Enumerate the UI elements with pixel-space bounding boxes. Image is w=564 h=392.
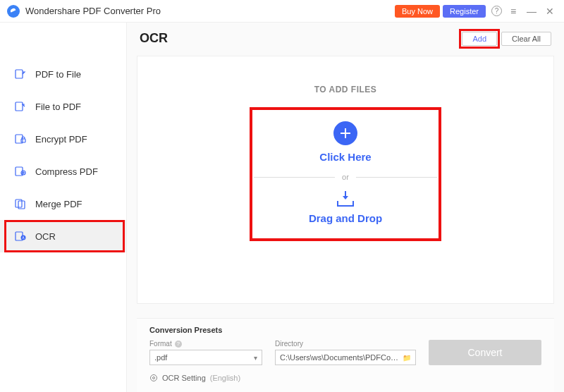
presets-title: Conversion Presets [149, 326, 541, 334]
download-icon [337, 191, 354, 207]
merge-icon [14, 197, 27, 210]
format-field: Format ? .pdf ▾ [149, 340, 262, 365]
svg-rect-1 [16, 102, 23, 111]
sidebar-item-label: File to PDF [35, 102, 81, 112]
sidebar-item-ocr[interactable]: A OCR [0, 220, 126, 252]
minimize-icon[interactable]: — [525, 6, 539, 17]
gear-icon [149, 374, 158, 382]
ocr-icon: A [14, 230, 27, 243]
menu-icon[interactable]: ≡ [506, 6, 520, 17]
svg-text:A: A [22, 236, 24, 240]
svg-rect-0 [16, 70, 23, 78]
sidebar-item-label: Merge PDF [35, 199, 82, 209]
folder-icon[interactable]: 📁 [403, 354, 411, 362]
sidebar-item-compress-pdf[interactable]: Compress PDF [0, 155, 126, 188]
highlight-marker [459, 29, 500, 49]
help-icon[interactable]: ? [175, 341, 182, 348]
conversion-presets: Conversion Presets Format ? .pdf ▾ Direc… [137, 318, 554, 392]
svg-rect-3 [21, 139, 25, 142]
app-logo-icon [7, 5, 20, 18]
svg-point-11 [151, 375, 157, 381]
titlebar: Wondershare PDF Converter Pro Buy Now Re… [0, 0, 564, 23]
main-panel: OCR Add Clear All TO ADD FILES Click Her… [126, 23, 564, 392]
workspace: TO ADD FILES Click Here or Drag and [137, 56, 554, 304]
sidebar-item-label: Compress PDF [35, 166, 98, 177]
sidebar: PDF to File File to PDF Encrypt PDF Comp… [0, 23, 126, 392]
ocr-setting-link[interactable]: OCR Setting (English) [149, 374, 541, 382]
sidebar-item-label: PDF to File [35, 69, 81, 80]
plus-icon[interactable] [333, 121, 357, 145]
to-add-files-label: TO ADD FILES [314, 85, 377, 94]
sidebar-item-encrypt-pdf[interactable]: Encrypt PDF [0, 123, 126, 155]
page-title: OCR [140, 31, 168, 46]
main-header: OCR Add Clear All [127, 23, 564, 51]
format-label: Format ? [149, 340, 262, 348]
sidebar-item-label: OCR [35, 231, 56, 242]
file-to-pdf-icon [14, 100, 27, 113]
directory-label: Directory [275, 340, 416, 348]
format-select[interactable]: .pdf ▾ [149, 350, 262, 365]
sidebar-item-pdf-to-file[interactable]: PDF to File [0, 58, 126, 90]
encrypt-icon [14, 133, 27, 145]
buy-now-button[interactable]: Buy Now [395, 5, 440, 18]
register-button[interactable]: Register [443, 5, 486, 18]
sidebar-item-merge-pdf[interactable]: Merge PDF [0, 188, 126, 220]
help-icon[interactable]: ? [491, 6, 502, 16]
convert-button[interactable]: Convert [429, 340, 541, 365]
pdf-to-file-icon [14, 68, 27, 80]
app-title: Wondershare PDF Converter Pro [25, 6, 161, 16]
add-button[interactable]: Add [462, 32, 497, 46]
close-icon[interactable]: ✕ [543, 6, 557, 17]
sidebar-item-file-to-pdf[interactable]: File to PDF [0, 90, 126, 123]
directory-field: Directory C:\Users\ws\Documents\PDFConve… [275, 340, 416, 365]
sidebar-item-label: Encrypt PDF [35, 134, 87, 145]
compress-icon [14, 165, 27, 178]
clear-all-button[interactable]: Clear All [501, 32, 551, 46]
chevron-down-icon: ▾ [254, 354, 257, 362]
directory-input[interactable]: C:\Users\ws\Documents\PDFConvert 📁 [275, 350, 416, 365]
svg-point-12 [153, 377, 155, 379]
